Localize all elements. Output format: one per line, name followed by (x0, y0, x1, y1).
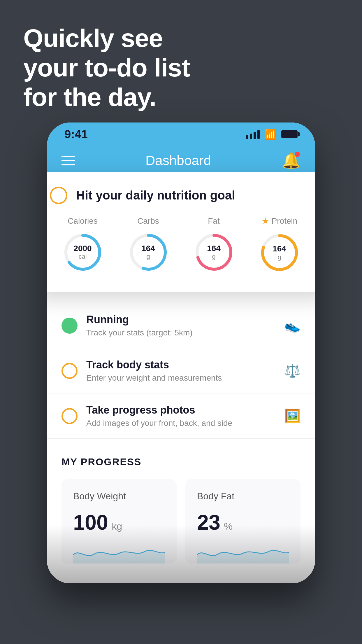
list-item-subtitle: Track your stats (target: 5km) (86, 328, 276, 337)
battery-icon (281, 130, 298, 138)
progress-cards: Body Weight 100 kg Body Fat 23 % (61, 479, 301, 564)
progress-card-title: Body Weight (73, 491, 165, 502)
list-item[interactable]: Track body stats Enter your weight and m… (47, 348, 315, 393)
progress-unit: % (224, 521, 233, 532)
donut-value: 164 g (273, 244, 286, 261)
list-text: Track body stats Enter your weight and m… (86, 359, 276, 383)
nutrition-item-protein: ★Protein 164 g (258, 216, 301, 274)
app-header: Dashboard 🔔 (47, 146, 315, 175)
progress-value: 23 (197, 510, 220, 534)
list-item-title: Track body stats (86, 359, 276, 371)
phone-mockup: 9:41 📶 Dashboard 🔔 (47, 123, 315, 583)
notification-badge (295, 152, 300, 157)
mini-chart (197, 543, 289, 564)
progress-card-title: Body Fat (197, 491, 289, 502)
progress-section: MY PROGRESS Body Weight 100 kg Body Fat … (47, 439, 315, 575)
nutrition-label: Carbs (137, 216, 159, 226)
menu-button[interactable] (61, 156, 75, 165)
donut-value: 164 g (207, 244, 221, 260)
nutrition-item-calories: Calories 2000 cal (61, 216, 105, 274)
status-icons: 📶 (246, 128, 298, 140)
list-item-icon: 👟 (284, 318, 301, 333)
hero-line2: your to-do list (23, 53, 190, 82)
donut-chart: 2000 cal (61, 230, 105, 274)
nutrition-label: Calories (68, 216, 98, 226)
list-item-icon: 🖼️ (284, 408, 301, 424)
nutrition-card: Hit your daily nutrition goal Calories 2… (47, 172, 315, 292)
progress-value-row: 100 kg (73, 510, 165, 534)
list-item[interactable]: Running Track your stats (target: 5km) 👟 (47, 303, 315, 348)
phone-screen: 9:41 📶 Dashboard 🔔 (47, 123, 315, 583)
donut-chart: 164 g (192, 230, 236, 274)
progress-value-row: 23 % (197, 510, 289, 534)
hero-line3: for the day. (23, 82, 190, 112)
wifi-icon: 📶 (264, 128, 277, 140)
hero-line1: Quickly see (23, 23, 190, 53)
nutrition-label: Fat (208, 216, 219, 226)
list-item-subtitle: Enter your weight and measurements (86, 373, 276, 383)
task-circle (61, 408, 78, 424)
list-item-title: Take progress photos (86, 404, 276, 416)
list-item[interactable]: Take progress photos Add images of your … (47, 393, 315, 439)
card-title: Hit your daily nutrition goal (76, 188, 235, 202)
mini-chart (73, 543, 165, 564)
list-item-title: Running (86, 314, 276, 326)
progress-header: MY PROGRESS (61, 456, 301, 468)
list-item-subtitle: Add images of your front, back, and side (86, 419, 276, 428)
status-bar: 9:41 📶 (47, 123, 315, 146)
notification-button[interactable]: 🔔 (282, 152, 301, 169)
progress-card[interactable]: Body Fat 23 % (185, 479, 301, 564)
protein-label: ★Protein (261, 216, 298, 226)
task-circle (61, 363, 78, 379)
task-circle (61, 318, 78, 334)
nutrition-item-carbs: Carbs 164 g (126, 216, 170, 274)
list-item-icon: ⚖️ (284, 363, 301, 378)
list-text: Running Track your stats (target: 5km) (86, 314, 276, 337)
header-title: Dashboard (145, 153, 211, 168)
card-title-row: Hit your daily nutrition goal (50, 187, 312, 204)
progress-value: 100 (73, 510, 108, 534)
donut-value: 2000 cal (73, 244, 92, 260)
star-icon: ★ (261, 216, 269, 226)
signal-icon (246, 130, 260, 139)
content-area: THINGS TO DO TODAY Hit your daily nutrit… (47, 175, 315, 583)
hero-text: Quickly see your to-do list for the day. (23, 23, 190, 112)
nutrition-item-fat: Fat 164 g (192, 216, 236, 274)
donut-value: 164 g (141, 244, 155, 260)
status-time: 9:41 (64, 128, 88, 141)
list-text: Take progress photos Add images of your … (86, 404, 276, 428)
donut-chart: 164 g (126, 230, 170, 274)
task-check-circle[interactable] (50, 187, 67, 204)
progress-unit: kg (112, 521, 122, 532)
progress-card[interactable]: Body Weight 100 kg (61, 479, 177, 564)
nutrition-row: Calories 2000 cal Carbs 164 g Fat (50, 216, 312, 274)
donut-chart: 164 g (258, 231, 301, 274)
